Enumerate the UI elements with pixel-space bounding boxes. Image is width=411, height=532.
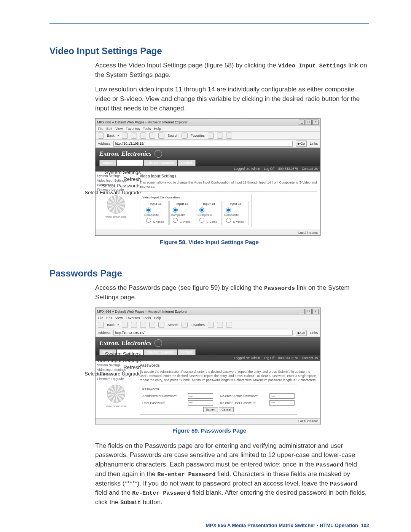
logoff-link[interactable]: Log Off [264,356,274,360]
address-input[interactable] [113,330,293,335]
tab-file-management[interactable]: File Management [144,349,177,355]
input13-svideo-radio[interactable] [199,218,204,223]
go-button[interactable]: ▶ Go [296,141,307,147]
menu-tools[interactable]: Tools [143,316,151,320]
callout-label: Select Firmware Upgrade [38,189,141,196]
pane-desc: This screen allows you to change the Vid… [140,181,317,189]
minimize-icon[interactable]: _ [299,120,305,125]
callout-label: Refresh [38,176,141,183]
status-bar: Local intranet [96,230,320,235]
menu-view[interactable]: View [115,316,123,320]
sidebar-logo-icon [107,385,125,403]
section1-para2: Low resolution video inputs 11 through 1… [95,85,369,113]
menu-file[interactable]: File [98,127,104,131]
banner: Extron. Electronics Status Configuration… [96,148,320,166]
input11-composite-radio[interactable] [146,208,151,212]
input14-composite-radio[interactable] [226,208,231,212]
submit-button[interactable]: Submit [203,407,218,412]
tab-configuration[interactable]: Configuration [116,160,144,166]
minimize-icon[interactable]: _ [299,309,305,314]
readmin-pwd-label: Re-enter Admin Password: [220,394,269,398]
maximize-icon[interactable]: □ [306,120,312,125]
tab-control[interactable]: Control [178,349,196,355]
mail-icon[interactable] [217,322,223,328]
address-label: Address [98,142,110,145]
print-icon[interactable] [226,133,232,139]
mail-icon[interactable] [217,133,223,139]
tab-file-management[interactable]: File Management [144,160,177,166]
input12-svideo-radio[interactable] [173,218,178,223]
figure59-callouts: System Settings Video Input Settings Ref… [38,351,141,377]
admin-pwd-label: Administrator Password: [142,394,188,398]
titlebar: MPX 866 A Default Web Pages - Microsoft … [96,119,320,126]
admin-password-input[interactable] [188,393,213,399]
section2-title: Passwords Page [49,268,369,279]
forward-icon[interactable] [122,322,128,328]
search-label[interactable]: Search [167,323,178,327]
stop-icon[interactable] [131,322,137,328]
logoff-link[interactable]: Log Off [264,167,274,171]
favorites-label[interactable]: Favorites [191,323,205,327]
history-icon[interactable] [208,133,214,139]
reenter-user-password-input[interactable] [269,400,295,406]
links-label[interactable]: Links [310,142,318,145]
go-button[interactable]: ▶ Go [296,330,307,336]
contact-link[interactable]: Contact Us [302,356,318,360]
menu-favorites[interactable]: Favorites [126,316,140,320]
menu-edit[interactable]: Edit [107,127,113,131]
address-input[interactable] [113,141,293,147]
input12-composite-radio[interactable] [173,208,178,212]
menu-tools[interactable]: Tools [143,127,151,131]
search-icon[interactable] [158,322,164,328]
window-title: MPX 866 A Default Web Pages - Microsoft … [97,120,188,124]
search-label[interactable]: Search [167,134,178,137]
callout-label: System Settings [38,351,141,358]
figure59-caption: Figure 59. Passwords Page [49,427,369,434]
menu-view[interactable]: View [115,127,123,131]
menu-help[interactable]: Help [154,316,161,320]
menu-favorites[interactable]: Favorites [126,127,140,131]
contact-link[interactable]: Contact Us [302,167,318,171]
refresh-icon[interactable] [140,133,146,139]
stop-icon[interactable] [131,133,137,139]
history-icon[interactable] [208,322,214,328]
links-label[interactable]: Links [310,331,318,335]
favorites-icon[interactable] [182,322,188,328]
brand-text: Extron. Electronics [99,339,151,347]
menu-file[interactable]: File [98,316,104,320]
tab-control[interactable]: Control [178,160,196,166]
input11-svideo-radio[interactable] [146,218,151,223]
search-icon[interactable] [158,133,164,139]
brand-icon [155,150,162,158]
callout-label: Select Firmware Upgrade [38,371,141,377]
back-icon[interactable] [98,322,104,328]
maximize-icon[interactable]: □ [306,309,312,314]
reenter-admin-password-input[interactable] [269,393,295,399]
phone-number: 800.633.9876 [278,356,298,360]
input14-svideo-radio[interactable] [226,218,231,223]
print-icon[interactable] [226,322,232,328]
close-icon[interactable]: × [312,120,319,125]
close-icon[interactable]: × [312,309,319,314]
tab-status[interactable]: Status [99,160,116,166]
menu-edit[interactable]: Edit [107,316,113,320]
back-label[interactable]: Back [107,134,115,137]
cancel-button[interactable]: Cancel [219,407,234,412]
input-11-col: Input 11 Composite S-Video [143,201,169,225]
favorites-icon[interactable] [182,133,188,139]
user-password-input[interactable] [188,400,213,406]
back-icon[interactable] [98,133,104,139]
home-icon[interactable] [149,133,155,139]
menu-help[interactable]: Help [154,127,161,131]
menubar: File Edit View Favorites Tools Help [96,126,320,132]
sidenav-firmware-upgrade[interactable]: Firmware Upgrade [97,377,135,381]
home-icon[interactable] [149,322,155,328]
forward-icon[interactable] [122,133,128,139]
user-pwd-label: User Password: [142,401,188,405]
favorites-label[interactable]: Favorites [191,134,205,137]
page-footer: MPX 866 A Media Presentation Matrix Swit… [49,522,369,528]
figure58-caption: Figure 58. Video Input Settings Page [49,239,369,245]
back-label[interactable]: Back [107,323,115,327]
refresh-icon[interactable] [140,322,146,328]
input13-composite-radio[interactable] [199,208,204,212]
